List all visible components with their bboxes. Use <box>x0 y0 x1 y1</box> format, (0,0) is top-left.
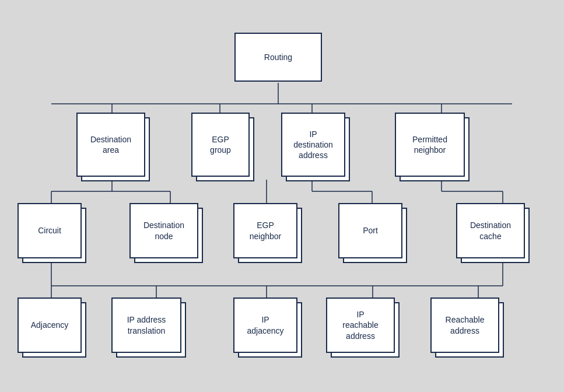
ip-address-translation-node: IP addresstranslation <box>111 298 181 353</box>
adjacency-label: Adjacency <box>31 320 69 330</box>
routing-label: Routing <box>264 52 292 62</box>
destination-node-node: Destinationnode <box>129 203 198 258</box>
egp-group-label: EGPgroup <box>210 134 231 155</box>
reachable-address-label: Reachableaddress <box>446 314 485 335</box>
adjacency-node: Adjacency <box>17 298 82 353</box>
routing-node: Routing <box>234 33 322 82</box>
destination-cache-node: Destinationcache <box>456 203 525 258</box>
circuit-node: Circuit <box>17 203 82 258</box>
destination-area-label: Destinationarea <box>90 134 131 155</box>
permitted-neighbor-node: Permittedneighbor <box>395 113 465 177</box>
ip-adjacency-node: IPadjacency <box>233 298 297 353</box>
ip-reachable-address-label: IPreachableaddress <box>342 309 379 341</box>
destination-cache-label: Destinationcache <box>470 220 511 241</box>
egp-group-node: EGPgroup <box>191 113 250 177</box>
diagram: Routing Destinationarea EGPgroup IPdesti… <box>0 0 564 392</box>
ip-destination-address-node: IPdestinationaddress <box>281 113 345 177</box>
ip-destination-address-label: IPdestinationaddress <box>293 129 333 161</box>
egp-neighbor-node: EGPneighbor <box>233 203 297 258</box>
ip-adjacency-label: IPadjacency <box>247 314 283 335</box>
destination-area-node: Destinationarea <box>76 113 145 177</box>
permitted-neighbor-label: Permittedneighbor <box>412 134 447 155</box>
port-label: Port <box>363 225 378 236</box>
ip-reachable-address-node: IPreachableaddress <box>326 298 395 353</box>
port-node: Port <box>338 203 402 258</box>
ip-address-translation-label: IP addresstranslation <box>127 314 166 335</box>
destination-node-label: Destinationnode <box>143 220 184 241</box>
circuit-label: Circuit <box>38 225 61 236</box>
reachable-address-node: Reachableaddress <box>430 298 499 353</box>
egp-neighbor-label: EGPneighbor <box>250 220 282 241</box>
